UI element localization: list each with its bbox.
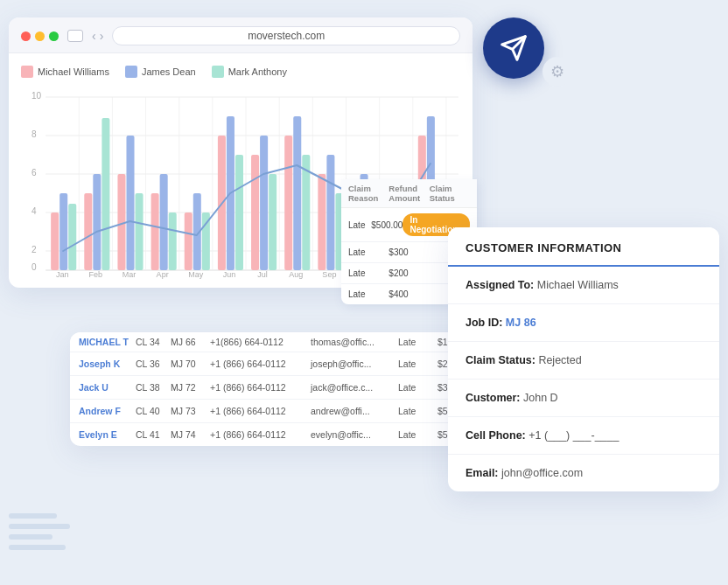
- svg-rect-26: [51, 212, 59, 270]
- legend-item-mark: Mark Anthony: [212, 66, 287, 78]
- cl-evelyn: CL 41: [136, 429, 171, 440]
- svg-rect-47: [284, 136, 292, 270]
- table-row-joseph: Joseph K CL 36 MJ 70 +1 (866) 664-0112 j…: [70, 352, 499, 376]
- reason-joseph: Late: [398, 359, 438, 369]
- svg-rect-43: [235, 155, 243, 270]
- wave-decoration: [9, 513, 70, 550]
- svg-rect-33: [126, 136, 134, 270]
- info-row-phone: Cell Phone: +1 (___) ___-____: [448, 417, 719, 455]
- name-andrew: Andrew F: [79, 406, 136, 416]
- table-row-jack: Jack U CL 38 MJ 72 +1 (866) 664-0112 jac…: [70, 376, 499, 400]
- legend-item-james: James Dean: [125, 66, 196, 78]
- value-assigned: Michael Williams: [537, 279, 619, 291]
- back-arrow[interactable]: ‹: [92, 30, 96, 42]
- cell-reason-2: Late: [348, 247, 388, 257]
- phone-joseph: +1 (866) 664-0112: [210, 359, 311, 369]
- label-claim-status: Claim Status:: [466, 354, 536, 366]
- legend-color-green: [212, 66, 224, 78]
- job-jack: MJ 72: [171, 382, 210, 393]
- send-icon: [500, 34, 528, 62]
- svg-text:6: 6: [32, 168, 37, 178]
- legend-color-pink: [21, 66, 33, 78]
- job-andrew: MJ 73: [171, 406, 210, 416]
- svg-text:Jan: Jan: [56, 270, 69, 279]
- table-row-cutoff: MICHAEL T CL 34 MJ 66 +1(866) 664-0112 t…: [70, 332, 499, 352]
- info-row-customer: Customer: John D: [448, 380, 719, 417]
- reason-andrew: Late: [398, 406, 438, 416]
- value-phone: +1 (___) ___-____: [528, 429, 619, 442]
- email-evelyn: evelyn@offic...: [311, 429, 398, 440]
- email-andrew: andrew@offi...: [311, 406, 398, 416]
- cl-jack: CL 38: [136, 382, 171, 393]
- table-row-evelyn: Evelyn E CL 41 MJ 74 +1 (866) 664-0112 e…: [70, 423, 499, 446]
- partial-header: Claim Reason Refund Amount Claim Status: [341, 179, 477, 208]
- svg-text:Jul: Jul: [257, 270, 268, 279]
- customer-card-header: CUSTOMER INFORMATION: [448, 227, 719, 267]
- phone-evelyn: +1 (866) 664-0112: [210, 429, 311, 440]
- tab-icon: [67, 30, 83, 42]
- col-refund: Refund Amount: [388, 184, 429, 203]
- traffic-lights: [21, 31, 59, 41]
- label-job: Job ID:: [466, 317, 502, 329]
- cell-reason-1: Late: [348, 220, 371, 230]
- maximize-button[interactable]: [49, 31, 59, 41]
- info-row-claim-status: Claim Status: Rejected: [448, 342, 719, 380]
- name-jack: Jack U: [79, 382, 136, 393]
- svg-rect-31: [102, 118, 109, 270]
- address-bar[interactable]: moverstech.com: [112, 26, 460, 45]
- gear-button[interactable]: ⚙: [542, 57, 572, 87]
- svg-rect-30: [93, 174, 101, 270]
- value-customer: John D: [523, 392, 558, 404]
- browser-chrome: ‹ › moverstech.com: [9, 17, 472, 53]
- cell-refund-4: $400: [388, 289, 429, 299]
- customer-card-body: Assigned To: Michael Williams Job ID: MJ…: [448, 267, 719, 491]
- cell-refund-1: $500.00: [371, 220, 402, 230]
- label-phone: Cell Phone:: [466, 429, 526, 442]
- svg-rect-27: [60, 193, 67, 270]
- svg-text:May: May: [188, 270, 204, 279]
- send-button[interactable]: [483, 17, 544, 79]
- gear-icon: ⚙: [550, 62, 564, 81]
- svg-text:Apr: Apr: [157, 270, 169, 279]
- legend-label-james: James Dean: [142, 66, 196, 77]
- value-job: MJ 86: [506, 317, 536, 329]
- cl-joseph: CL 36: [136, 359, 171, 369]
- bottom-table-card: MICHAEL T CL 34 MJ 66 +1(866) 664-0112 t…: [70, 332, 499, 446]
- legend-color-blue: [125, 66, 137, 78]
- col-status: Claim Status: [430, 184, 470, 203]
- svg-text:Feb: Feb: [89, 270, 103, 279]
- svg-rect-29: [84, 193, 92, 270]
- reason-jack: Late: [398, 382, 438, 393]
- svg-rect-45: [260, 136, 268, 270]
- svg-text:10: 10: [32, 91, 42, 101]
- value-email: john@office.com: [501, 467, 583, 479]
- cl-andrew: CL 40: [136, 406, 171, 416]
- minimize-button[interactable]: [35, 31, 45, 41]
- svg-rect-51: [326, 155, 334, 270]
- label-customer: Customer:: [466, 392, 521, 404]
- phone-jack: +1 (866) 664-0112: [210, 382, 311, 393]
- legend-label-mark: Mark Anthony: [228, 66, 287, 77]
- info-row-assigned: Assigned To: Michael Williams: [448, 267, 719, 304]
- col-reason: Claim Reason: [348, 184, 388, 203]
- value-claim-status: Rejected: [538, 354, 581, 366]
- forward-arrow[interactable]: ›: [100, 30, 104, 42]
- svg-text:8: 8: [32, 129, 37, 139]
- table-row-andrew: Andrew F CL 40 MJ 73 +1 (866) 664-0112 a…: [70, 400, 499, 423]
- cell-reason-4: Late: [348, 289, 388, 299]
- info-row-email: Email: john@office.com: [448, 455, 719, 491]
- svg-rect-44: [251, 155, 259, 270]
- job-evelyn: MJ 74: [171, 429, 210, 440]
- job-joseph: MJ 70: [171, 359, 210, 369]
- email-joseph: joseph@offic...: [311, 359, 398, 369]
- cell-reason-3: Late: [348, 268, 388, 278]
- name-cutoff: MICHAEL T: [79, 337, 136, 347]
- legend-label-michael: Michael Williams: [38, 66, 109, 77]
- close-button[interactable]: [21, 31, 31, 41]
- svg-rect-28: [68, 204, 76, 270]
- svg-rect-35: [151, 193, 159, 270]
- legend-item-michael: Michael Williams: [21, 66, 109, 78]
- name-joseph: Joseph K: [79, 359, 136, 369]
- svg-text:Aug: Aug: [289, 270, 303, 279]
- info-row-job: Job ID: MJ 86: [448, 304, 719, 342]
